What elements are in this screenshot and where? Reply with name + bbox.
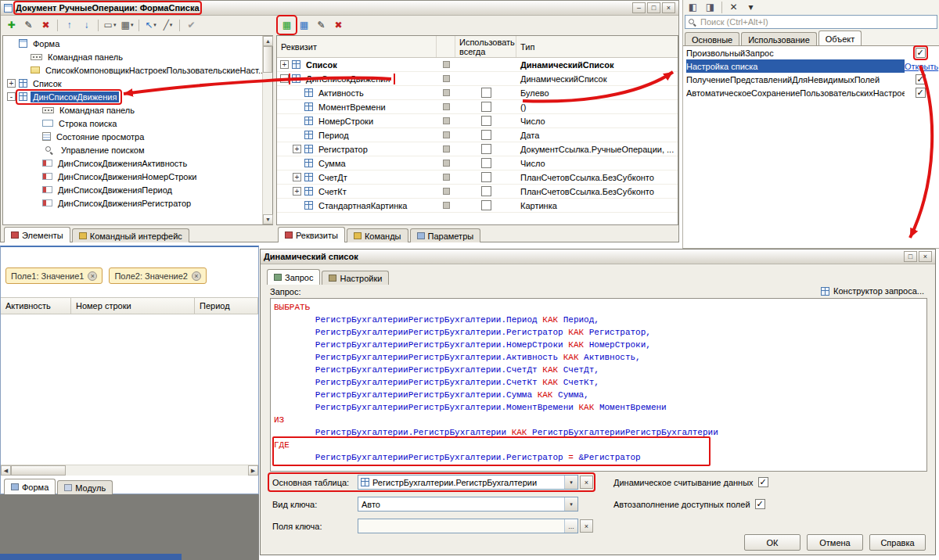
tree-item[interactable]: -ДинСписокДвижения — [4, 90, 262, 103]
property-checkbox[interactable]: ✓ — [916, 74, 926, 84]
tree-item[interactable]: +Список — [4, 77, 262, 90]
tree-item[interactable]: Командная панель — [4, 50, 262, 63]
dialog-close-button[interactable]: × — [919, 251, 932, 262]
property-checkbox[interactable]: ✓ — [916, 88, 926, 98]
add-button[interactable]: ✚ — [3, 17, 20, 33]
arrange-button[interactable]: ↖▾ — [142, 17, 159, 33]
tree-expander[interactable]: - — [7, 92, 16, 101]
tab[interactable]: Параметры — [410, 228, 481, 242]
use-always-checkbox[interactable] — [481, 172, 491, 182]
minimize-button[interactable]: – — [632, 2, 646, 13]
column-header-attribute[interactable]: Реквизит — [277, 36, 437, 57]
tree-item[interactable]: Строка поиска — [4, 117, 262, 130]
scroll-thumb[interactable] — [11, 465, 66, 476]
help-button[interactable]: Справка — [869, 534, 926, 551]
dynamic-read-checkbox[interactable]: Динамическое считывание данных ✓ — [613, 477, 768, 487]
key-kind-combo[interactable]: Авто ▾ — [358, 497, 578, 512]
move-up-button[interactable]: ↑ — [61, 17, 77, 33]
preview-column-header[interactable]: Период — [195, 298, 258, 314]
tab[interactable]: Настройки — [322, 271, 389, 285]
property-row[interactable]: Настройка спискаОткрыть — [683, 59, 939, 73]
main-table-combo[interactable]: РегистрБухгалтерии.РегистрБухгалтерии ▾ — [358, 475, 578, 490]
scroll-down-icon[interactable]: ▼ — [263, 214, 273, 224]
search-input[interactable] — [699, 17, 937, 27]
row-expander[interactable]: + — [293, 187, 301, 196]
tree-node[interactable]: Состояние просмотра — [41, 131, 147, 142]
attribute-row[interactable]: НомерСтрокиЧисло — [277, 114, 678, 128]
preview-hscrollbar[interactable]: ◀ ▶ — [1, 465, 258, 476]
row-expander[interactable]: + — [293, 145, 301, 153]
use-always-checkbox[interactable] — [481, 102, 491, 112]
ok-button[interactable]: ОК — [744, 534, 800, 551]
dropdown-arrow-icon[interactable]: ▾ — [564, 497, 577, 511]
tree-item[interactable]: ДинСписокДвиженияРегистратор — [4, 196, 262, 210]
delete-button[interactable]: ✖ — [38, 17, 54, 33]
attribute-row[interactable]: МоментВремени() — [277, 100, 678, 114]
tab[interactable]: Командный интерфейс — [72, 228, 189, 242]
line-style-button[interactable]: ╱▾ — [160, 17, 176, 33]
close-panel-button[interactable]: ✕ — [725, 0, 742, 15]
tree-item[interactable]: ДинСписокДвиженияПериод — [4, 183, 262, 196]
tab[interactable]: Форма — [4, 479, 56, 494]
tree-item[interactable]: ДинСписокДвиженияАктивность — [4, 156, 262, 170]
tab[interactable]: Команды — [347, 228, 408, 242]
dropdown-arrow-icon[interactable]: ▾ — [564, 476, 577, 489]
main-table-clear-button[interactable]: × — [580, 476, 593, 489]
add-attribute-button[interactable]: ▦ — [279, 17, 295, 33]
dialog-maximize-button[interactable]: □ — [904, 251, 917, 262]
tab[interactable]: Модуль — [57, 480, 113, 494]
cancel-button[interactable]: Отмена — [807, 534, 863, 551]
query-editor[interactable]: ВЫБРАТЬ РегистрБухгалтерииРегистрБухгалт… — [270, 298, 927, 472]
dialog-titlebar[interactable]: Динамический список □ × — [261, 249, 935, 264]
key-fields-picker-button[interactable]: ... — [564, 519, 577, 533]
property-checkbox[interactable]: ✓ — [916, 48, 926, 58]
tree-item[interactable]: Управление поиском — [4, 143, 262, 156]
property-row[interactable]: ПроизвольныйЗапрос✓ — [683, 46, 939, 59]
properties-search[interactable] — [685, 15, 937, 29]
use-always-checkbox[interactable] — [481, 88, 491, 98]
scroll-thumb[interactable] — [263, 46, 272, 73]
dynamic-read-box[interactable]: ✓ — [758, 477, 768, 487]
attribute-row[interactable]: СтандартнаяКартинкаКартинка — [277, 199, 678, 213]
maximize-button[interactable]: □ — [647, 2, 660, 13]
tree-node[interactable]: ДинСписокДвижения — [18, 92, 120, 102]
use-always-checkbox[interactable] — [481, 186, 491, 196]
attribute-row[interactable]: +СчетКтПланСчетовСсылка.БезСубконто — [277, 185, 678, 199]
use-always-checkbox[interactable] — [481, 144, 491, 154]
column-header-type[interactable]: Тип — [516, 36, 678, 57]
tab[interactable]: Запрос — [267, 269, 320, 285]
tree-node[interactable]: СписокКомпоновщикНастроекПользовательски… — [30, 65, 262, 76]
tree-scrollbar[interactable]: ▲ ▼ — [262, 36, 272, 224]
property-row[interactable]: ПолучениеПредставленийДляНевидимыхПолей✓ — [683, 73, 939, 86]
use-always-checkbox[interactable] — [481, 200, 491, 210]
attribute-row[interactable]: +СписокДинамическийСписок — [277, 58, 678, 72]
move-down-button[interactable]: ↓ — [78, 17, 95, 33]
scroll-left-icon[interactable]: ◀ — [1, 465, 11, 476]
tree-node[interactable]: ДинСписокДвиженияПериод — [41, 185, 175, 196]
row-expander[interactable]: - — [280, 74, 289, 83]
scroll-up-icon[interactable]: ▲ — [263, 36, 273, 46]
edit-button[interactable]: ✎ — [20, 17, 37, 33]
attribute-row[interactable]: -ДинСписокДвиженияДинамическийСписок — [277, 72, 678, 86]
dock-right-button[interactable]: ◨ — [702, 0, 718, 15]
autofill-box[interactable]: ✓ — [755, 499, 765, 509]
attribute-row[interactable]: СуммаЧисло — [277, 156, 678, 171]
tree-item[interactable]: СписокКомпоновщикНастроекПользовательски… — [4, 63, 262, 77]
query-builder-link[interactable]: Конструктор запроса... — [821, 286, 924, 296]
tab[interactable]: Реквизиты — [278, 227, 345, 242]
check-button[interactable]: ✔ — [183, 17, 200, 33]
attribute-row[interactable]: АктивностьБулево — [277, 86, 678, 100]
preview-column-header[interactable]: Активность — [1, 298, 71, 314]
scroll-right-icon[interactable]: ▶ — [248, 465, 258, 476]
chevron-button[interactable]: ▾ — [743, 0, 759, 15]
delete-attribute-button[interactable]: ✖ — [330, 17, 347, 33]
tab[interactable]: Объект — [818, 31, 862, 46]
tab[interactable]: Основные — [685, 32, 739, 46]
use-always-checkbox[interactable] — [481, 130, 491, 140]
tree-node[interactable]: Командная панель — [41, 105, 138, 116]
use-always-checkbox[interactable] — [481, 116, 491, 126]
edit-attribute-button[interactable]: ✎ — [313, 17, 329, 33]
tree-node[interactable]: Управление поиском — [41, 145, 148, 156]
column-header-use-always[interactable]: Использовать всегда — [455, 36, 516, 57]
attribute-row[interactable]: +РегистраторДокументСсылка.РучныеОпераци… — [277, 142, 678, 156]
